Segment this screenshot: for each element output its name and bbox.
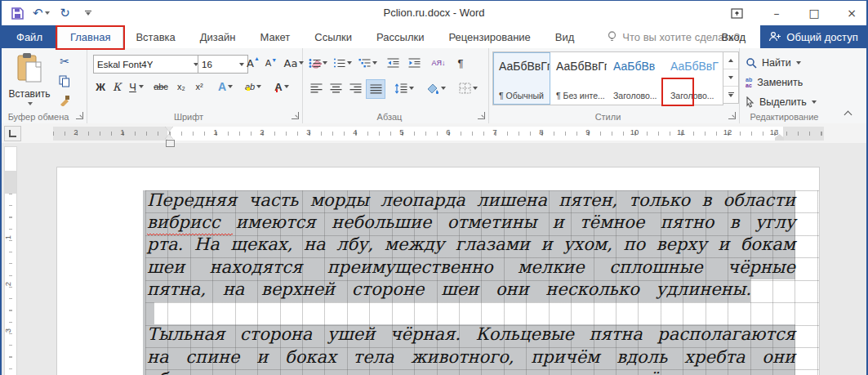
tab-stop-selector[interactable] (4, 126, 21, 141)
paragraph-dialog-launcher[interactable] (478, 112, 485, 119)
underline-icon: Ч (129, 81, 136, 93)
text-effects-button[interactable]: А (214, 78, 237, 96)
document-canvas: 1234 Передняя часть морды леопарда лишен… (2, 143, 866, 375)
ruler-number: 9 (585, 127, 590, 136)
collapse-ribbon-button[interactable] (844, 109, 852, 117)
borders-button[interactable] (454, 79, 482, 97)
tab-5[interactable]: Ссылки (302, 25, 364, 48)
sign-in-link[interactable]: Вход (722, 25, 746, 48)
shrink-font-icon: А (265, 58, 272, 69)
subscript-button[interactable]: x₂ (173, 78, 189, 96)
document-page[interactable]: Передняя часть морды леопарда лишена пят… (56, 167, 820, 375)
underline-button[interactable]: Ч (126, 78, 147, 96)
document-text-line[interactable]: шеи находятся преимущественно мелкие спл… (147, 256, 795, 278)
italic-button[interactable]: К (109, 78, 124, 96)
cut-button[interactable]: ✂ (56, 53, 73, 69)
title-bar: ↶ ↻ Pclion.ru.docx - Word – □ × (2, 1, 866, 25)
style-label: Заголово... (613, 91, 661, 100)
show-marks-button[interactable]: ¶ (452, 54, 469, 72)
document-text-line[interactable]: вибрисс имеются небольшие отметины и тём… (147, 211, 795, 233)
maximize-button[interactable]: □ (806, 7, 822, 20)
tab-4[interactable]: Макет (247, 25, 302, 48)
justify-button[interactable] (366, 79, 385, 99)
scroll-down-icon (728, 76, 733, 79)
align-right-icon (349, 83, 362, 94)
decrease-indent-button[interactable] (384, 54, 402, 72)
styles-gallery-more-button[interactable] (723, 87, 738, 103)
find-button[interactable]: Найти (746, 55, 801, 71)
tab-label: Рассылки (376, 31, 424, 43)
tab-label: Рецензирование (448, 31, 530, 43)
styles-scroll-down-button[interactable] (723, 69, 738, 87)
multilevel-list-button[interactable] (356, 54, 379, 72)
font-color-button[interactable]: А (269, 78, 294, 96)
format-painter-button[interactable] (56, 92, 73, 109)
strikethrough-button[interactable]: abc (150, 78, 171, 96)
shrink-font-button[interactable]: А▼ (263, 54, 279, 72)
copy-button[interactable] (56, 73, 73, 89)
minimize-button[interactable]: – (768, 7, 785, 20)
line-spacing-button[interactable] (392, 79, 416, 97)
tab-0[interactable]: Файл (2, 25, 57, 48)
tab-3[interactable]: Дизайн (188, 25, 248, 48)
font-name-combobox[interactable]: Eskal Font4Y (93, 55, 203, 74)
close-button[interactable]: × (844, 7, 860, 20)
gallery-more-icon (728, 94, 733, 97)
font-size-combobox[interactable]: 16 (198, 55, 248, 74)
tell-me-search[interactable]: Что вы хотите сделать? (608, 25, 740, 48)
tab-2[interactable]: Вставка (123, 25, 187, 48)
font-dialog-launcher[interactable] (292, 112, 299, 119)
bold-icon: Ж (96, 81, 105, 93)
left-indent-marker[interactable] (166, 140, 175, 147)
font-group: Eskal Font4Y 16 А▲ А▼ Aa Ж К Ч abc (87, 48, 303, 123)
styles-scroll-up-button[interactable] (723, 52, 738, 69)
ruler-number: 11 (677, 127, 685, 136)
selection-highlight (143, 302, 154, 324)
document-text-line[interactable]: образуют правильные продольные ряды тёмн… (147, 368, 795, 375)
bold-button[interactable]: Ж (93, 78, 108, 96)
numbering-button[interactable] (332, 54, 353, 72)
document-text-line[interactable]: пятна, на верхней стороне шеи они нескол… (147, 278, 751, 300)
tab-label: Вид (555, 31, 575, 43)
tab-7[interactable]: Рецензирование (436, 25, 542, 48)
ribbon-display-options-icon (731, 8, 743, 19)
document-text-line[interactable]: на спине и боках тела животного, причём … (147, 346, 795, 368)
line-text: пятна, на верхней стороне шеи они нескол… (147, 278, 751, 301)
change-case-icon: Aa (284, 57, 298, 69)
style-card-3[interactable]: АаБбВвГЗаголово... (665, 52, 722, 105)
tab-1[interactable]: Главная (57, 25, 123, 48)
replace-button[interactable]: abac Заменить (746, 74, 803, 91)
document-text-line[interactable]: Передняя часть морды леопарда лишена пят… (147, 189, 795, 211)
shading-button[interactable] (423, 79, 449, 97)
clipboard-dialog-launcher[interactable] (76, 112, 83, 119)
hanging-indent-marker[interactable] (165, 134, 173, 139)
ruler-zone: 2112345678910111213 (2, 123, 866, 143)
styles-dialog-launcher[interactable] (728, 112, 736, 119)
document-text-line[interactable]: Тыльная сторона ушей чёрная. Кольцевые п… (147, 323, 795, 345)
highlight-color-button[interactable]: ab (240, 78, 266, 96)
ribbon-display-options-button[interactable] (731, 8, 747, 19)
align-right-button[interactable] (346, 79, 364, 97)
style-card-2[interactable]: АаБбВвЗаголово... (608, 52, 665, 105)
bullets-button[interactable] (307, 54, 328, 72)
paste-button[interactable]: Вставить (8, 52, 51, 114)
grow-font-button[interactable]: А▲ (245, 54, 261, 72)
style-card-0[interactable]: АаБбВвГг,¶ Обычный (493, 52, 550, 105)
ruler-number-margin: 1 (120, 127, 124, 136)
share-button[interactable]: Общий доступ (760, 25, 866, 48)
align-left-button[interactable] (307, 79, 325, 97)
document-text-line[interactable]: рта. На щеках, на лбу, между глазами и у… (147, 233, 795, 255)
superscript-icon: x² (195, 82, 203, 92)
ruler-number: 3 (306, 127, 310, 136)
tab-6[interactable]: Рассылки (364, 25, 436, 48)
ruler-number: 7 (492, 127, 496, 136)
increase-indent-button[interactable] (405, 54, 423, 72)
superscript-button[interactable]: x² (191, 78, 207, 96)
first-line-indent-marker[interactable] (165, 127, 173, 132)
ruler-number: 4 (353, 127, 357, 136)
select-button[interactable]: Выделить (746, 94, 817, 110)
style-card-1[interactable]: АаБбВвГг,¶ Без инте... (550, 52, 608, 105)
tab-8[interactable]: Вид (543, 25, 587, 48)
sort-button[interactable]: АЯ↓ (428, 54, 449, 72)
align-center-button[interactable] (327, 79, 345, 97)
